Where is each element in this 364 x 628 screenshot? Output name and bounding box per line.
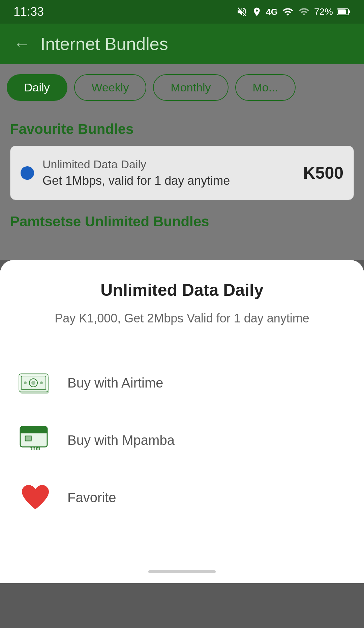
location-icon (252, 7, 262, 17)
sheet-subtitle: Pay K1,000, Get 2Mbps Valid for 1 day an… (17, 310, 347, 327)
bundle-price: K500 (303, 163, 343, 183)
radio-selected (21, 166, 34, 180)
tab-weekly[interactable]: Weekly (74, 74, 147, 101)
back-button[interactable]: ← (13, 34, 30, 54)
home-indicator (0, 564, 364, 583)
svg-text:tnm: tnm (30, 446, 40, 451)
bundle-name: Unlimited Data Daily (42, 158, 295, 171)
home-bar (148, 570, 216, 573)
tab-more[interactable]: Mo... (235, 74, 296, 101)
buy-mpamba-item[interactable]: tnm Buy with Mpamba (17, 411, 347, 469)
pamtsetse-section-title: Pamtsetse Unlimited Bundles (10, 213, 354, 230)
mpamba-icon: tnm (19, 423, 52, 457)
buy-airtime-item[interactable]: Buy with Airtime (17, 354, 347, 411)
backdrop (0, 240, 364, 260)
bundle-info: Unlimited Data Daily Get 1Mbps, valid fo… (42, 158, 295, 188)
main-content: Favourite Bundles Unlimited Data Daily G… (0, 111, 364, 240)
battery-level: 72% (314, 6, 333, 17)
heart-icon (19, 482, 52, 513)
page-title: Internet Bundles (40, 34, 168, 54)
tab-daily[interactable]: Daily (7, 74, 67, 101)
signal-icon (282, 6, 294, 18)
buy-airtime-label: Buy with Airtime (67, 375, 163, 391)
svg-point-8 (31, 381, 35, 385)
mute-icon (236, 6, 248, 18)
mpamba-icon-wrap: tnm (17, 422, 54, 459)
status-bar: 11:33 4G 72% (0, 0, 364, 24)
svg-rect-1 (348, 10, 350, 13)
sheet-divider (17, 337, 347, 337)
heart-icon-wrap (17, 479, 54, 516)
tab-monthly[interactable]: Monthly (153, 74, 228, 101)
battery-icon (337, 7, 351, 17)
cash-icon-wrap (17, 364, 54, 401)
favorite-item[interactable]: Favorite (17, 469, 347, 526)
svg-rect-2 (338, 9, 346, 14)
status-icons: 4G 72% (236, 6, 351, 18)
svg-rect-13 (20, 431, 47, 433)
bottom-sheet: Unlimited Data Daily Pay K1,000, Get 2Mb… (0, 260, 364, 564)
header: ← Internet Bundles (0, 24, 364, 64)
svg-point-9 (24, 381, 27, 384)
tab-section: Daily Weekly Monthly Mo... (0, 64, 364, 111)
sheet-title: Unlimited Data Daily (17, 280, 347, 300)
signal-icon-2 (298, 6, 310, 18)
favorite-label: Favorite (67, 490, 116, 505)
status-time: 11:33 (13, 5, 44, 19)
cash-icon (19, 369, 52, 396)
bundle-description: Get 1Mbps, valid for 1 day anytime (42, 174, 295, 188)
tabs-container: Daily Weekly Monthly Mo... (7, 74, 357, 101)
network-4g-icon: 4G (266, 7, 278, 17)
svg-point-10 (40, 381, 43, 384)
buy-mpamba-label: Buy with Mpamba (67, 433, 175, 448)
favourite-section-title: Favourite Bundles (10, 121, 354, 137)
bundle-card[interactable]: Unlimited Data Daily Get 1Mbps, valid fo… (10, 146, 354, 200)
